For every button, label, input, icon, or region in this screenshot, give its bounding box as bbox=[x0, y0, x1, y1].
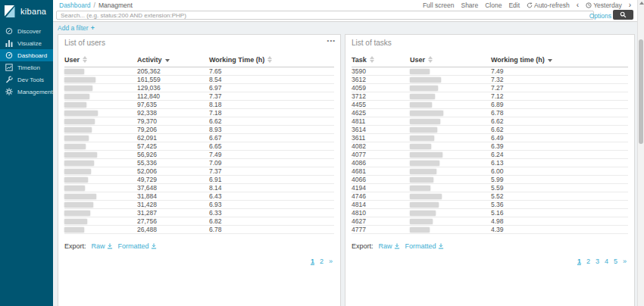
user-name-cell bbox=[64, 126, 137, 134]
sidebar-item-discover[interactable]: Discover bbox=[0, 25, 53, 37]
tasks-table-row[interactable]: 4625 6.78 bbox=[352, 109, 628, 117]
users-table-row[interactable]: 97,635 8.18 bbox=[64, 101, 334, 109]
share-button[interactable]: Share bbox=[461, 2, 478, 9]
scrollbar-thumb[interactable] bbox=[639, 39, 643, 144]
panel-ellipsis-menu-icon[interactable]: ••• bbox=[327, 37, 336, 44]
sidebar-item-label: Management bbox=[17, 89, 53, 95]
users-table-row[interactable]: 79,206 8.93 bbox=[64, 126, 334, 134]
search-button[interactable] bbox=[613, 10, 633, 20]
full-screen-button[interactable]: Full screen bbox=[423, 2, 455, 9]
page-link[interactable]: » bbox=[623, 258, 627, 265]
tasks-table-row[interactable]: 4811 6.62 bbox=[352, 117, 628, 126]
activity-cell: 57,425 bbox=[137, 142, 209, 151]
users-table-row[interactable]: 37,648 8.14 bbox=[64, 184, 334, 192]
tasks-table-row[interactable]: 4777 4.39 bbox=[352, 226, 628, 234]
tasks-table-row[interactable]: 4627 4.98 bbox=[352, 217, 628, 226]
tasks-col-task[interactable]: Task bbox=[352, 55, 410, 67]
redacted-user-name bbox=[64, 177, 88, 183]
page-link[interactable]: » bbox=[329, 258, 333, 265]
sidebar-item-timelion[interactable]: Timelion bbox=[0, 61, 53, 73]
user-name-cell bbox=[64, 201, 137, 209]
users-table-row[interactable]: 49,729 6.91 bbox=[64, 176, 334, 184]
users-table-row[interactable]: 205,362 7.65 bbox=[64, 67, 334, 76]
sidebar-item-dashboard[interactable]: Dashboard bbox=[0, 49, 53, 61]
tasks-table-row[interactable]: 3590 7.49 bbox=[352, 67, 628, 76]
add-filter-button[interactable]: Add a filter + bbox=[58, 24, 95, 32]
users-table-row[interactable]: 161,559 8.54 bbox=[64, 76, 334, 84]
users-table-row[interactable]: 31,287 6.33 bbox=[64, 209, 334, 217]
export-raw-link[interactable]: Raw bbox=[92, 242, 113, 250]
export-raw-link[interactable]: Raw bbox=[379, 242, 400, 250]
tasks-col-user[interactable]: User bbox=[410, 55, 491, 67]
tasks-table-row[interactable]: 4194 5.59 bbox=[352, 184, 628, 192]
tasks-table-row[interactable]: 4681 6.00 bbox=[352, 167, 628, 176]
auto-refresh-button[interactable]: Auto-refresh bbox=[527, 2, 570, 9]
tasks-table-row[interactable]: 4455 6.89 bbox=[352, 101, 628, 109]
users-table-row[interactable]: 92,338 7.18 bbox=[64, 109, 334, 117]
page-link[interactable]: 1 bbox=[577, 258, 581, 265]
users-table-row[interactable]: 26,488 6.78 bbox=[64, 226, 334, 234]
search-input[interactable] bbox=[56, 11, 594, 20]
tasks-col-working-time[interactable]: Working time (h) bbox=[491, 55, 628, 67]
tasks-table-row[interactable]: 3612 7.32 bbox=[352, 76, 628, 84]
user-name-cell bbox=[410, 159, 491, 167]
tasks-table-row[interactable]: 3614 6.62 bbox=[352, 126, 628, 134]
users-table-row[interactable]: 56,926 7.49 bbox=[64, 151, 334, 159]
page-link[interactable]: 2 bbox=[586, 258, 590, 265]
sort-desc-icon bbox=[548, 59, 552, 62]
time-prev-button[interactable]: ‹ bbox=[577, 2, 579, 8]
sort-both-icon bbox=[267, 56, 272, 63]
users-table-row[interactable]: 57,425 6.65 bbox=[64, 142, 334, 151]
tasks-table-row[interactable]: 4746 5.52 bbox=[352, 192, 628, 201]
brand[interactable]: kibana bbox=[0, 0, 53, 23]
options-link[interactable]: Options bbox=[589, 12, 611, 20]
user-name-cell bbox=[410, 92, 491, 101]
users-table-row[interactable]: 31,884 6.43 bbox=[64, 192, 334, 201]
edit-button[interactable]: Edit bbox=[508, 2, 520, 9]
tasks-table-row[interactable]: 4810 5.16 bbox=[352, 209, 628, 217]
users-table-row[interactable]: 52,006 7.37 bbox=[64, 167, 334, 176]
users-col-user[interactable]: User bbox=[64, 55, 137, 67]
breadcrumb-separator: / bbox=[94, 2, 95, 9]
users-col-working-time[interactable]: Working Time (h) bbox=[209, 55, 334, 67]
tasks-table-row[interactable]: 4814 5.36 bbox=[352, 201, 628, 209]
working-time-cell: 8.18 bbox=[209, 101, 334, 109]
users-table-row[interactable]: 79,370 6.62 bbox=[64, 117, 334, 126]
page-link[interactable]: 3 bbox=[596, 258, 599, 265]
clone-button[interactable]: Clone bbox=[485, 2, 502, 9]
sidebar-item-visualize[interactable]: Visualize bbox=[0, 37, 53, 49]
query-bar: Options bbox=[53, 10, 637, 22]
page-link[interactable]: 2 bbox=[320, 258, 324, 265]
export-formatted-link[interactable]: Formatted bbox=[405, 242, 444, 250]
sidebar-item-management[interactable]: Management bbox=[0, 86, 53, 98]
page-link[interactable]: 5 bbox=[614, 258, 617, 265]
redacted-user-name bbox=[64, 144, 86, 149]
users-table-row[interactable]: 112,840 7.37 bbox=[64, 92, 334, 101]
activity-cell: 62,091 bbox=[137, 134, 209, 142]
users-table-row[interactable]: 62,091 6.67 bbox=[64, 134, 334, 142]
tasks-table-row[interactable]: 4082 6.39 bbox=[352, 142, 628, 151]
users-table-row[interactable]: 31,428 6.93 bbox=[64, 201, 334, 209]
tasks-table-row[interactable]: 3611 6.49 bbox=[352, 134, 628, 142]
users-table-row[interactable]: 55,336 7.09 bbox=[64, 159, 334, 167]
user-name-cell bbox=[64, 76, 137, 84]
tasks-table-row[interactable]: 4066 5.99 bbox=[352, 176, 628, 184]
export-formatted-link[interactable]: Formatted bbox=[118, 242, 157, 250]
users-table-row[interactable]: 27,756 6.82 bbox=[64, 217, 334, 226]
tasks-table-row[interactable]: 3712 7.12 bbox=[352, 92, 628, 101]
scroll-up-icon[interactable] bbox=[639, 2, 644, 5]
users-table-row[interactable]: 129,036 6.97 bbox=[64, 84, 334, 92]
task-id-cell: 4625 bbox=[352, 109, 410, 117]
page-link[interactable]: 1 bbox=[311, 258, 314, 265]
breadcrumb-dashboard-link[interactable]: Dashboard bbox=[59, 2, 91, 9]
time-next-button[interactable]: › bbox=[629, 2, 631, 8]
users-col-activity[interactable]: Activity bbox=[137, 55, 209, 67]
tasks-table-row[interactable]: 4059 7.27 bbox=[352, 84, 628, 92]
sidebar-item-dev-tools[interactable]: Dev Tools bbox=[0, 73, 53, 86]
page-scrollbar[interactable] bbox=[637, 0, 644, 306]
tasks-table-row[interactable]: 4077 6.24 bbox=[352, 151, 628, 159]
time-picker-button[interactable]: Yesterday bbox=[586, 2, 622, 9]
tasks-table-row[interactable]: 4086 6.13 bbox=[352, 159, 628, 167]
page-link[interactable]: 4 bbox=[605, 258, 608, 265]
working-time-cell: 8.93 bbox=[209, 126, 334, 134]
